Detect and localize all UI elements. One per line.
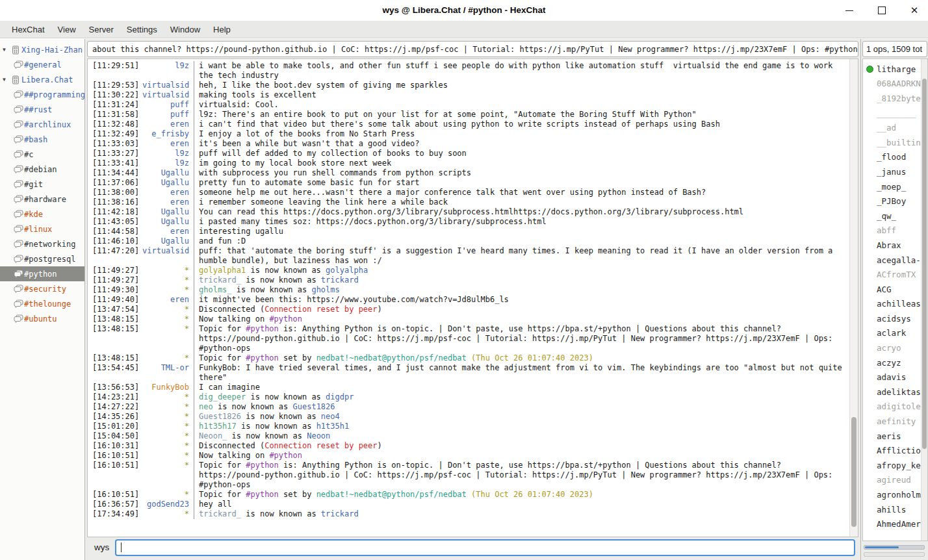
user-list-item[interactable]: ACG xyxy=(863,282,921,297)
user-list-item[interactable]: aefinity xyxy=(863,414,921,429)
sidebar-item-git[interactable]: #git xyxy=(0,177,84,192)
chat-message-segment: gholms xyxy=(311,285,339,294)
user-list-item[interactable]: adeliktas xyxy=(863,385,921,400)
user-list-item[interactable]: acegalla- xyxy=(863,253,921,268)
user-list-item[interactable]: 068AADRKN xyxy=(863,77,921,92)
channel-name: #python xyxy=(24,270,57,279)
sidebar-item-postgresql[interactable]: #postgresql xyxy=(0,251,84,266)
user-list-item[interactable]: abff xyxy=(863,223,921,238)
chat-timestamp: [14:27:22] xyxy=(88,402,142,412)
chat-timestamp: [11:34:44] xyxy=(88,168,142,178)
user-list-item[interactable]: AhmedAmer xyxy=(863,516,921,531)
menu-item-hexchat[interactable]: HexChat xyxy=(5,21,51,38)
sidebar-item-linux[interactable]: #linux xyxy=(0,222,84,236)
user-nick: aefinity xyxy=(877,416,916,426)
chat-timestamp: [13:47:54] xyxy=(88,305,142,314)
sidebar-item-general[interactable]: #general xyxy=(0,57,84,72)
tree-network-row[interactable]: ▼Xing-Hai-Zhan xyxy=(0,42,84,57)
user-list-item[interactable]: _janus xyxy=(863,164,921,179)
user-list-item[interactable]: adigitole xyxy=(863,400,921,414)
user-list-item[interactable]: __ad xyxy=(863,120,921,135)
chat-line: [11:31:24]puffvirtualsid: Cool. xyxy=(88,100,849,110)
chat-timestamp: [16:36:57] xyxy=(88,500,142,509)
user-list-item[interactable]: _flood xyxy=(863,150,921,165)
expander-icon[interactable]: ▼ xyxy=(0,47,10,53)
sidebar-item-kde[interactable]: #kde xyxy=(0,207,84,222)
minimize-icon[interactable] xyxy=(845,6,854,15)
menu-item-window[interactable]: Window xyxy=(164,21,207,38)
menu-item-settings[interactable]: Settings xyxy=(120,21,164,38)
chat-message-segment: is now known as xyxy=(237,422,316,431)
menu-item-server[interactable]: Server xyxy=(83,21,120,38)
channel-icon xyxy=(12,149,24,160)
chat-line: [11:30:22]virtualsidmaking tools is exce… xyxy=(88,90,849,100)
chat-message-segment: neo4 xyxy=(321,412,340,421)
sidebar-item-hardware[interactable]: #hardware xyxy=(0,192,84,207)
user-list-item[interactable]: _PJBoy xyxy=(863,194,921,209)
topic-input[interactable]: about this channel? https://pound-python… xyxy=(87,41,858,57)
chat-message-segment: with subprocess you run shell commands f… xyxy=(199,168,471,177)
sidebar-item-archlinux[interactable]: #archlinux xyxy=(0,117,84,132)
expander-icon[interactable]: ▼ xyxy=(0,77,10,83)
user-list-item[interactable]: _8192byte xyxy=(863,91,921,106)
chat-message-segment: Now talking on xyxy=(199,451,269,460)
user-list-item[interactable]: adavis xyxy=(863,370,921,385)
user-list-item[interactable]: aclark xyxy=(863,326,921,341)
channel-name: #networking xyxy=(24,240,75,249)
user-list-item[interactable]: agronholm xyxy=(863,487,921,502)
user-list-item[interactable]: _moep_ xyxy=(863,179,921,194)
user-list-scrollbar-thumb[interactable] xyxy=(922,79,927,450)
user-list-item[interactable]: acidsys xyxy=(863,311,921,326)
user-list-item[interactable]: aeris xyxy=(863,429,921,444)
user-list-item[interactable]: __builtin xyxy=(863,135,921,150)
menu-item-help[interactable]: Help xyxy=(207,21,237,38)
chat-message-segment: hey all xyxy=(199,500,232,509)
user-list-item[interactable]: agireud xyxy=(863,473,921,488)
chat-message: gholms_ is now known as gholms xyxy=(194,285,849,295)
chat-message-segment: I enjoy a lot of the books from No Starh… xyxy=(199,129,415,138)
sidebar-item-c[interactable]: #c xyxy=(0,147,84,162)
maximize-icon[interactable] xyxy=(877,6,886,15)
user-list-item[interactable]: ACfromTX xyxy=(863,267,921,282)
user-list-item[interactable]: acryo xyxy=(863,340,921,355)
sidebar-item-bash[interactable]: #bash xyxy=(0,132,84,147)
chat-scrollbar-thumb[interactable] xyxy=(851,417,857,527)
chat-timestamp: [11:49:27] xyxy=(88,275,142,285)
sidebar-item-python[interactable]: #python xyxy=(0,266,84,281)
user-list-item[interactable]: Abrax xyxy=(863,238,921,253)
chat-message-segment: making tools is excellent xyxy=(199,90,316,99)
close-icon[interactable]: ✕ xyxy=(910,6,919,15)
menu-item-view[interactable]: View xyxy=(51,21,83,38)
chat-line: [14:27:22]*neo is now known as Guest1826 xyxy=(88,402,849,412)
sidebar-item-security[interactable]: #security xyxy=(0,281,84,296)
tree-network-row[interactable]: ▼Libera.Chat xyxy=(0,72,84,87)
user-list-scrollbar[interactable] xyxy=(921,59,927,541)
sidebar-item-networking[interactable]: #networking xyxy=(0,236,84,251)
user-list-item[interactable]: _qw_ xyxy=(863,209,921,223)
sidebar-item-debian[interactable]: #debian xyxy=(0,162,84,177)
chat-message-segment xyxy=(467,490,471,499)
user-panel: 1 ops, 1509 tot litharge068AADRKN_8192by… xyxy=(860,39,928,560)
sidebar-item-thelounge[interactable]: #thelounge xyxy=(0,296,84,311)
user-list-item[interactable]: ahills xyxy=(863,502,921,517)
user-list-item[interactable]: litharge xyxy=(863,62,921,77)
chat-line: [11:33:03]erenit's been a while but wasn… xyxy=(88,139,849,149)
message-input[interactable] xyxy=(115,539,855,556)
user-nick: agireud xyxy=(877,475,911,485)
user-list-item[interactable]: afropy_ke xyxy=(863,458,921,473)
user-list-item[interactable]: achilleas xyxy=(863,297,921,312)
user-list-item[interactable]: ________ xyxy=(863,106,921,121)
channel-icon xyxy=(12,194,24,205)
chat-message: hey all xyxy=(194,500,849,509)
chat-line: [11:38:16]ereni remember someone leaving… xyxy=(88,197,849,207)
chat-message: with subprocess you run shell commands f… xyxy=(194,168,849,178)
sidebar-item-ubuntu[interactable]: #ubuntu xyxy=(0,311,84,326)
chat-timestamp: [11:49:40] xyxy=(88,295,142,305)
sidebar-item-programming[interactable]: ##programming xyxy=(0,87,84,102)
sidebar-item-rust[interactable]: ##rust xyxy=(0,102,84,117)
chat-timestamp: [11:33:03] xyxy=(88,139,142,149)
chat-scrollbar[interactable] xyxy=(849,59,858,537)
chat-nick: virtualsid xyxy=(142,81,194,90)
user-list-item[interactable]: Affliction xyxy=(863,443,921,458)
user-list-item[interactable]: aczyz xyxy=(863,355,921,370)
